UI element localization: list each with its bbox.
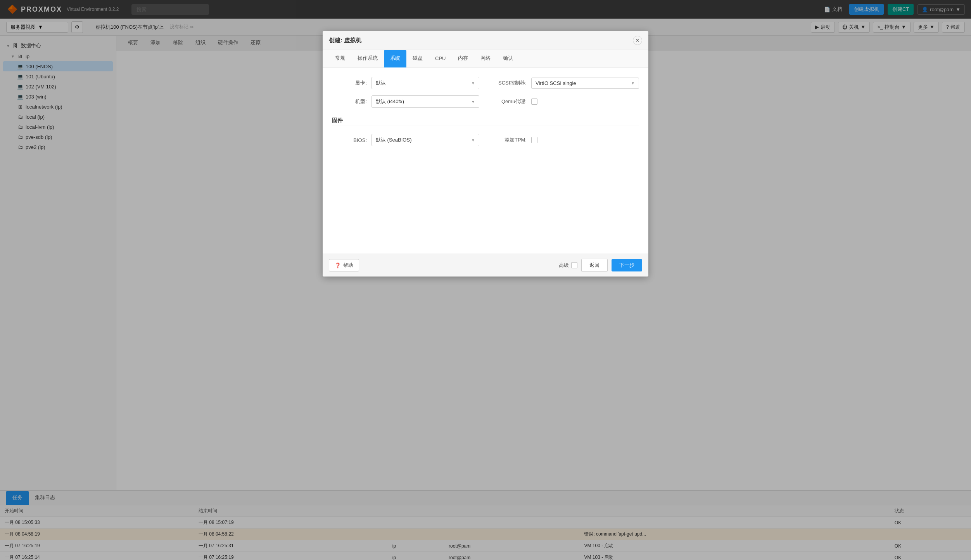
back-button[interactable]: 返回 — [581, 259, 608, 272]
dialog-tab-cpu[interactable]: CPU — [429, 51, 452, 67]
machine-type-chevron-icon: ▼ — [471, 100, 475, 104]
scsi-controller-label: SCSI控制器: — [492, 80, 527, 86]
advanced-checkbox[interactable] — [571, 262, 577, 268]
scsi-controller-control: VirtIO SCSI single ▼ — [531, 78, 639, 89]
bios-control: 默认 (SeaBIOS) ▼ — [371, 134, 479, 146]
bios-select[interactable]: 默认 (SeaBIOS) ▼ — [371, 134, 479, 146]
dialog-tab-confirm[interactable]: 确认 — [497, 50, 519, 67]
dialog-tab-system[interactable]: 系统 — [384, 50, 406, 67]
bios-chevron-icon: ▼ — [471, 138, 475, 142]
add-tpm-checkbox[interactable] — [531, 137, 537, 143]
bios-row: BIOS: 默认 (SeaBIOS) ▼ — [332, 134, 479, 146]
machine-type-select[interactable]: 默认 (i440fx) ▼ — [371, 95, 479, 108]
display-card-control: 默认 ▼ — [371, 77, 479, 89]
dialog-close-button[interactable]: ✕ — [633, 36, 642, 45]
display-card-label: 显卡: — [332, 80, 367, 86]
display-card-value: 默认 — [376, 80, 386, 86]
dialog-tab-memory[interactable]: 内存 — [452, 50, 474, 67]
display-card-select[interactable]: 默认 ▼ — [371, 77, 479, 89]
dialog-tab-disk[interactable]: 磁盘 — [406, 50, 429, 67]
machine-type-control: 默认 (i440fx) ▼ — [371, 95, 479, 108]
firmware-section-header: 固件 — [332, 114, 639, 126]
footer-help-label: 帮助 — [343, 262, 353, 269]
system-form: 显卡: 默认 ▼ SCSI控制器: VirtIO SCSI single — [332, 77, 639, 146]
dialog-footer: ❓ 帮助 高级 返回 下一步 — [323, 254, 648, 277]
machine-type-value: 默认 (i440fx) — [376, 98, 404, 105]
help-circle-icon: ❓ — [335, 263, 341, 268]
dialog-tab-network[interactable]: 网络 — [474, 50, 497, 67]
create-vm-dialog: 创建: 虚拟机 ✕ 常规 操作系统 系统 磁盘 CPU 内存 网络 确认 显卡: — [323, 31, 648, 277]
dialog-title: 创建: 虚拟机 — [329, 37, 361, 44]
dialog-tab-os[interactable]: 操作系统 — [351, 50, 384, 67]
add-tpm-label: 添加TPM: — [492, 137, 527, 143]
qemu-agent-label: Qemu代理: — [492, 98, 527, 105]
qemu-agent-row: Qemu代理: — [492, 95, 639, 108]
machine-type-label: 机型: — [332, 98, 367, 105]
bios-value: 默认 (SeaBIOS) — [376, 137, 411, 143]
add-tpm-control — [531, 137, 639, 143]
footer-left: ❓ 帮助 — [329, 259, 359, 271]
dialog-overlay: 创建: 虚拟机 ✕ 常规 操作系统 系统 磁盘 CPU 内存 网络 确认 显卡: — [0, 0, 971, 560]
scsi-controller-select[interactable]: VirtIO SCSI single ▼ — [531, 78, 639, 89]
add-tpm-row: 添加TPM: — [492, 134, 639, 146]
footer-right: 高级 返回 下一步 — [559, 259, 642, 272]
qemu-agent-checkbox[interactable] — [531, 99, 537, 105]
display-card-row: 显卡: 默认 ▼ — [332, 77, 479, 89]
dialog-tab-general[interactable]: 常规 — [329, 50, 351, 67]
footer-help-button[interactable]: ❓ 帮助 — [329, 259, 359, 271]
advanced-checkbox-container: 高级 — [559, 262, 577, 269]
scsi-controller-row: SCSI控制器: VirtIO SCSI single ▼ — [492, 77, 639, 89]
next-button[interactable]: 下一步 — [612, 259, 642, 271]
scsi-controller-value: VirtIO SCSI single — [536, 80, 576, 86]
advanced-label: 高级 — [559, 262, 569, 269]
qemu-agent-control — [531, 99, 639, 105]
display-card-chevron-icon: ▼ — [471, 81, 475, 85]
dialog-body: 显卡: 默认 ▼ SCSI控制器: VirtIO SCSI single — [323, 67, 648, 254]
bios-label: BIOS: — [332, 137, 367, 143]
machine-type-row: 机型: 默认 (i440fx) ▼ — [332, 95, 479, 108]
scsi-controller-chevron-icon: ▼ — [631, 81, 635, 85]
dialog-tabs: 常规 操作系统 系统 磁盘 CPU 内存 网络 确认 — [323, 50, 648, 67]
dialog-header: 创建: 虚拟机 ✕ — [323, 31, 648, 50]
